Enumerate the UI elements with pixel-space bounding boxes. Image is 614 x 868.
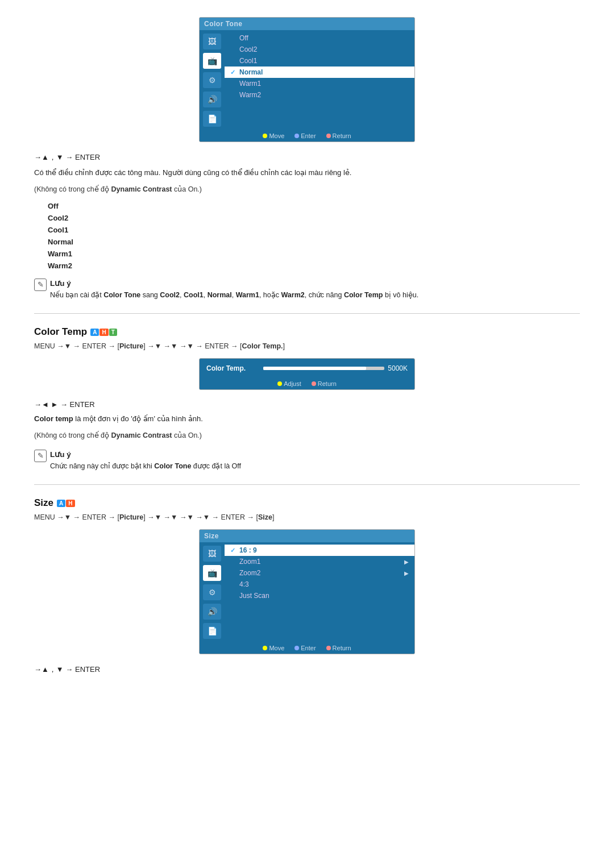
list-item-1: Off — [48, 202, 580, 210]
size-item-zoom2[interactable]: Zoom2 ▶ — [225, 567, 414, 579]
size-item-169[interactable]: ✓ 16 : 9 — [225, 545, 414, 556]
note-content-1: Lưu ý Nếu bạn cài đặt Color Tone sang Co… — [50, 278, 418, 301]
check-169: ✓ — [230, 547, 237, 554]
ct-body-text-2: (Không có trong chế độ Dynamic Contrast … — [34, 430, 580, 441]
size-icon-1: 🖼 — [203, 546, 221, 562]
ct-footer-adjust: Adjust — [277, 380, 301, 387]
dot-size-enter — [294, 646, 299, 650]
colortemp-title: Color Temp A H T — [34, 326, 580, 338]
menu-item-off[interactable]: Off — [225, 32, 414, 44]
note-bold-4: Normal — [208, 291, 232, 299]
menu-footer: Move Enter Return — [200, 130, 414, 142]
note-bold-1: Color Tone — [103, 291, 140, 299]
ct-bar-fill — [263, 367, 366, 370]
note-bold-5: Warm1 — [236, 291, 259, 299]
ct-footer-return: Return — [312, 380, 337, 387]
dot-return — [326, 134, 331, 138]
ct-inner: Color Temp. 5000K — [200, 359, 414, 378]
nav-colortemp: Color Temp. — [242, 342, 283, 350]
size-arrow-zoom2: ▶ — [404, 570, 409, 576]
menu-title: Color Tone — [200, 18, 414, 30]
menu-item-cool1[interactable]: Cool1 — [225, 55, 414, 67]
list-item-2: Cool2 — [48, 214, 580, 222]
colortemp-section: Color Temp A H T MENU →▼ → ENTER → [Pict… — [34, 326, 580, 472]
size-footer-return: Return — [326, 645, 351, 651]
size-item-list: ✓ 16 : 9 Zoom1 ▶ Zoom2 ▶ 4:3 — [225, 542, 414, 642]
note-bold-2: Cool2 — [160, 291, 180, 299]
menu-icon-list: 🖼 📺 ⚙ 🔊 📄 — [200, 30, 225, 130]
body-text-2: (Không có trong chế độ Dynamic Contrast … — [34, 184, 580, 195]
dot-adjust — [277, 381, 282, 386]
list-item-3: Cool1 — [48, 226, 580, 234]
list-item-5: Warm1 — [48, 250, 580, 258]
bold-dynamic-contrast-1: Dynamic Contrast — [111, 185, 172, 193]
size-item-43[interactable]: 4:3 — [225, 579, 414, 590]
menu-icon-2: 📺 — [203, 53, 221, 69]
dot-move — [263, 134, 267, 138]
list-item-6: Warm2 — [48, 261, 580, 270]
arrow-text-2: →◄ ► → ENTER — [34, 400, 580, 409]
note-icon-2: ✎ — [34, 450, 47, 462]
size-nav-picture: Picture — [119, 513, 143, 521]
dot-enter — [294, 134, 299, 138]
footer-return: Return — [326, 132, 351, 139]
menu-item-normal[interactable]: ✓ Normal — [225, 67, 414, 78]
badge-a: A — [90, 329, 99, 336]
footer-move: Move — [263, 132, 284, 139]
size-icon-list: 🖼 📺 ⚙ 🔊 📄 — [200, 542, 225, 642]
note-box-2: ✎ Lưu ý Chức năng này chỉ được bật khi C… — [34, 449, 580, 472]
size-footer-move: Move — [263, 645, 284, 651]
note-bold-6: Warm2 — [281, 291, 305, 299]
arrow-text-3: →▲，▼ → ENTER — [34, 665, 580, 675]
colortemp-badges: A H T — [90, 329, 117, 336]
menu-icon-3: ⚙ — [203, 72, 221, 88]
size-icon-5: 📄 — [203, 623, 221, 639]
size-menu-box: Size 🖼 📺 ⚙ 🔊 📄 ✓ 16 : 9 Zoom1 ▶ — [199, 529, 415, 654]
ct-value: 5000K — [388, 364, 408, 372]
size-icon-3: ⚙ — [203, 584, 221, 600]
list-items: Off Cool2 Cool1 Normal Warm1 Warm2 — [48, 202, 580, 270]
note-box-1: ✎ Lưu ý Nếu bạn cài đặt Color Tone sang … — [34, 278, 580, 301]
ct-bar-wrap: 5000K — [263, 364, 408, 372]
size-footer: Move Enter Return — [200, 642, 414, 654]
menu-item-warm1[interactable]: Warm1 — [225, 78, 414, 89]
body-text-1: Có thể điều chỉnh được các tông màu. Ngư… — [34, 167, 580, 179]
ct-bold-dc: Dynamic Contrast — [111, 431, 172, 439]
colortemp-nav-path: MENU →▼ → ENTER → [Picture] →▼ →▼ →▼ → E… — [34, 342, 580, 350]
colortemp-menu-box: Color Temp. 5000K Adjust Return — [199, 358, 415, 390]
menu-item-cool2[interactable]: Cool2 — [225, 44, 414, 55]
size-arrow-zoom1: ▶ — [404, 559, 409, 565]
ct-footer: Adjust Return — [200, 378, 414, 389]
dot-size-move — [263, 646, 267, 650]
ct-body-text-1: Color temp là một đơn vị đo 'độ ấm' của … — [34, 413, 580, 425]
divider-1 — [34, 313, 580, 314]
menu-icon-4: 🔊 — [203, 92, 221, 107]
footer-enter: Enter — [294, 132, 316, 139]
dot-ct-return — [312, 381, 316, 386]
ct-label: Color Temp. — [206, 364, 258, 372]
ct-bar — [263, 367, 384, 370]
badge-t: T — [109, 329, 117, 336]
size-icon-4: 🔊 — [203, 604, 221, 620]
size-section: Size A H MENU →▼ → ENTER → [Picture] →▼ … — [34, 497, 580, 675]
size-footer-enter: Enter — [294, 645, 316, 651]
size-item-justscan[interactable]: Just Scan — [225, 590, 414, 601]
note-content-2: Lưu ý Chức năng này chỉ được bật khi Col… — [50, 449, 241, 472]
note-bold-7: Color Temp — [344, 291, 383, 299]
note-title-1: Lưu ý — [50, 279, 71, 288]
size-badge-h: H — [66, 500, 74, 507]
note-icon-1: ✎ — [34, 279, 47, 291]
size-badge-a: A — [57, 500, 65, 507]
size-item-zoom1[interactable]: Zoom1 ▶ — [225, 556, 414, 567]
colortone-menu-box: Color Tone 🖼 📺 ⚙ 🔊 📄 Off Cool2 Cool1 ✓ — [199, 17, 415, 142]
menu-icon-1: 🖼 — [203, 34, 221, 49]
size-title: Size A H — [34, 497, 580, 509]
menu-item-warm2[interactable]: Warm2 — [225, 89, 414, 101]
menu-item-list: Off Cool2 Cool1 ✓ Normal Warm1 Warm2 — [225, 30, 414, 130]
note-bold-3: Cool1 — [184, 291, 204, 299]
note-ct-bold-1: Color Tone — [154, 462, 191, 470]
size-badges: A H — [57, 500, 74, 507]
size-nav-path: MENU →▼ → ENTER → [Picture] →▼ →▼ →▼ →▼ … — [34, 513, 580, 521]
size-menu-title: Size — [200, 530, 414, 542]
ct-bold-1: Color temp — [34, 414, 73, 423]
